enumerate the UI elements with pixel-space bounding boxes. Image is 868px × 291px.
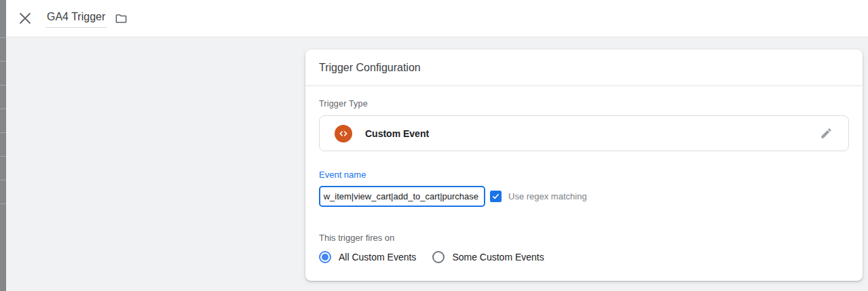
regex-checkbox-label: Use regex matching bbox=[508, 191, 587, 201]
regex-checkbox-wrap[interactable]: Use regex matching bbox=[490, 191, 587, 202]
topbar: GA4 Trigger bbox=[6, 0, 868, 37]
check-icon bbox=[491, 192, 500, 201]
event-name-input[interactable]: w_item|view_cart|add_to_cart|purchase bbox=[319, 186, 485, 207]
folder-icon bbox=[115, 12, 128, 25]
trigger-title-field[interactable]: GA4 Trigger bbox=[46, 9, 107, 28]
radio-some-custom-events-label: Some Custom Events bbox=[452, 252, 544, 263]
close-button[interactable] bbox=[13, 6, 37, 31]
custom-event-icon bbox=[335, 125, 352, 142]
trigger-type-label: Trigger Type bbox=[319, 99, 849, 109]
fires-on-options: All Custom Events Some Custom Events bbox=[319, 251, 849, 263]
trigger-type-value: Custom Event bbox=[365, 128, 429, 139]
pencil-icon bbox=[820, 127, 833, 140]
regex-checkbox[interactable] bbox=[490, 191, 502, 202]
card-title: Trigger Configuration bbox=[319, 62, 421, 74]
card-body: Trigger Type Custom Event Event name w bbox=[305, 86, 863, 263]
radio-all-custom-events-label: All Custom Events bbox=[339, 252, 416, 263]
event-name-label: Event name bbox=[319, 170, 849, 180]
radio-some-custom-events[interactable]: Some Custom Events bbox=[432, 251, 544, 263]
left-edge-strip bbox=[0, 0, 6, 291]
radio-all-custom-events[interactable]: All Custom Events bbox=[319, 251, 416, 263]
radio-selected-icon[interactable] bbox=[319, 251, 331, 263]
trigger-configuration-card: Trigger Configuration Trigger Type Custo… bbox=[305, 50, 863, 281]
folder-button[interactable] bbox=[111, 8, 131, 28]
trigger-type-box[interactable]: Custom Event bbox=[319, 115, 849, 151]
close-icon bbox=[19, 12, 31, 24]
fires-on-label: This trigger fires on bbox=[319, 233, 849, 243]
event-name-row: w_item|view_cart|add_to_cart|purchase Us… bbox=[319, 186, 849, 207]
edit-trigger-type-button[interactable] bbox=[814, 122, 837, 145]
radio-unselected-icon[interactable] bbox=[432, 251, 445, 263]
card-header: Trigger Configuration bbox=[305, 50, 863, 86]
